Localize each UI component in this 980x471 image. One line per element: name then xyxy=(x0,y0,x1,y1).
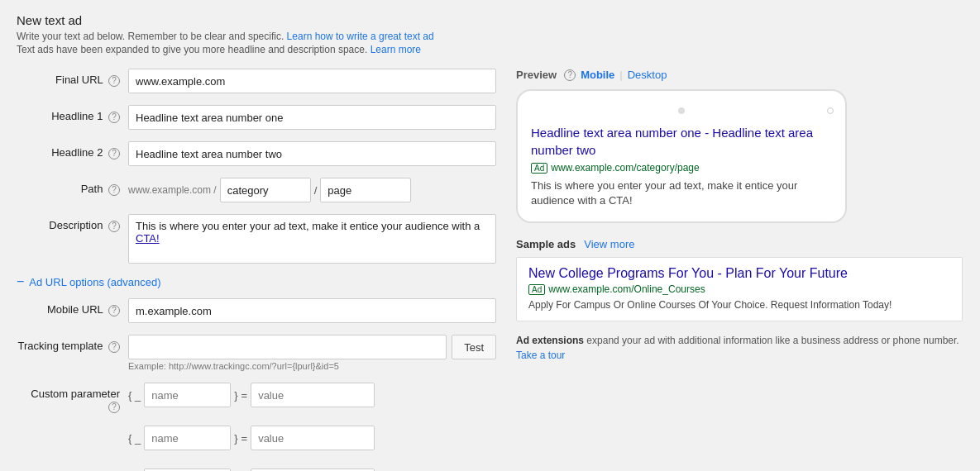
tab-mobile[interactable]: Mobile xyxy=(581,69,614,81)
test-button[interactable]: Test xyxy=(452,335,496,359)
headline1-help-icon[interactable]: ? xyxy=(108,112,120,123)
path-slash: / xyxy=(314,184,318,197)
tracking-input-group: Test Example: http://www.trackingc.com/?… xyxy=(128,335,496,371)
tracking-input[interactable] xyxy=(128,335,447,359)
mobile-url-help-icon[interactable]: ? xyxy=(108,305,120,316)
description-help-icon[interactable]: ? xyxy=(108,221,120,232)
headline2-label: Headline 2 ? xyxy=(17,141,128,159)
description-cta[interactable]: CTA! xyxy=(136,232,160,245)
advanced-section: − Ad URL options (advanced) Mobile URL ?… xyxy=(17,275,496,471)
sample-ad-desc: Apply For Campus Or Online Courses Of Yo… xyxy=(528,298,950,312)
param-value-2[interactable] xyxy=(251,426,375,450)
path1-input[interactable] xyxy=(220,178,311,202)
custom-param-inputs-1: { _ } = xyxy=(128,383,375,407)
sample-ads-label: Sample ads xyxy=(516,238,576,250)
learn-more-link[interactable]: Learn more xyxy=(370,44,421,55)
view-more-link[interactable]: View more xyxy=(584,238,634,250)
description-box[interactable]: This is where you enter your ad text, ma… xyxy=(128,214,496,264)
headline2-row: Headline 2 ? xyxy=(17,141,496,166)
ad-url: www.example.com/category/page xyxy=(551,162,699,174)
custom-param-help-icon[interactable]: ? xyxy=(108,402,120,413)
sample-ad-url: www.example.com/Online_Courses xyxy=(548,283,705,295)
ad-extensions-text: Ad extensions expand your ad with additi… xyxy=(516,333,963,363)
description-text: This is where you enter your ad text, ma… xyxy=(136,220,480,232)
path-label: Path ? xyxy=(17,178,128,196)
mobile-dot xyxy=(678,107,685,114)
param-open-brace: { _ xyxy=(128,389,141,402)
param-value-1[interactable] xyxy=(251,383,375,407)
take-tour-link[interactable]: Take a tour xyxy=(516,350,565,361)
sample-ad-headline: New College Programs For You - Plan For … xyxy=(528,266,950,281)
ad-url-row: Ad www.example.com/category/page xyxy=(531,162,832,174)
param-name-1[interactable] xyxy=(144,383,231,407)
path2-input[interactable] xyxy=(320,178,411,202)
headline1-label: Headline 1 ? xyxy=(17,105,128,123)
path-help-icon[interactable]: ? xyxy=(108,184,120,196)
tracking-example: Example: http://www.trackingc.com/?url={… xyxy=(128,361,496,371)
param-close-brace: } xyxy=(234,389,237,402)
preview-header: Preview ? Mobile | Desktop xyxy=(516,69,963,81)
sample-ad-card: New College Programs For You - Plan For … xyxy=(516,257,963,321)
path-row: Path ? www.example.com / / xyxy=(17,178,496,202)
headline1-input[interactable] xyxy=(128,105,496,130)
page-title: New text ad xyxy=(17,13,963,27)
param-name-2[interactable] xyxy=(144,426,231,450)
mobile-url-row: Mobile URL ? xyxy=(17,298,496,323)
subtitle-2-text: Text ads have been expanded to give you … xyxy=(17,44,367,55)
custom-param-label-2 xyxy=(17,426,128,431)
final-url-help-icon[interactable]: ? xyxy=(108,75,120,87)
preview-help-icon[interactable]: ? xyxy=(564,69,576,81)
ad-extensions-strong: Ad extensions xyxy=(516,335,584,346)
mobile-preview-card: Headline text area number one - Headline… xyxy=(516,89,847,223)
headline1-row: Headline 1 ? xyxy=(17,105,496,130)
param-equals-2: = xyxy=(241,432,248,445)
sample-ads-header: Sample ads View more xyxy=(516,238,963,250)
ad-description: This is where you enter your ad text, ma… xyxy=(531,178,832,208)
sample-ad-badge: Ad xyxy=(528,284,545,295)
mobile-url-label: Mobile URL ? xyxy=(17,298,128,316)
ad-headline: Headline text area number one - Headline… xyxy=(531,124,832,159)
preview-tab-separator: | xyxy=(619,69,622,81)
tab-desktop[interactable]: Desktop xyxy=(628,69,667,81)
learn-to-write-link[interactable]: Learn how to write a great text ad xyxy=(287,31,434,42)
param-equals-1: = xyxy=(241,389,248,402)
headline2-help-icon[interactable]: ? xyxy=(108,148,120,159)
description-label: Description ? xyxy=(17,214,128,232)
custom-param-row-2: { _ } = xyxy=(17,426,496,457)
final-url-row: Final URL ? xyxy=(17,69,496,93)
custom-param-label: Custom parameter ? xyxy=(17,383,128,413)
advanced-toggle[interactable]: − Ad URL options (advanced) xyxy=(17,275,496,288)
subtitle-1: Write your text ad below. Remember to be… xyxy=(17,31,963,42)
right-panel: Preview ? Mobile | Desktop Headline text… xyxy=(516,69,963,471)
mobile-indicator xyxy=(827,107,834,114)
minus-icon: − xyxy=(17,275,24,288)
custom-param-row-1: Custom parameter ? { _ } = xyxy=(17,383,496,414)
advanced-toggle-label: Ad URL options (advanced) xyxy=(29,276,160,288)
tracking-label: Tracking template ? xyxy=(17,335,128,353)
form-panel: Final URL ? Headline 1 ? Headline 2 ? Pa… xyxy=(17,69,496,471)
param-close-brace-2: } xyxy=(234,432,237,445)
description-row: Description ? This is where you enter yo… xyxy=(17,214,496,264)
headline2-input[interactable] xyxy=(128,141,496,166)
subtitle-2: Text ads have been expanded to give you … xyxy=(17,44,963,55)
param-open-brace-2: { _ xyxy=(128,432,141,445)
ad-badge: Ad xyxy=(531,163,547,174)
final-url-label: Final URL ? xyxy=(17,69,128,87)
path-inputs: www.example.com / / xyxy=(128,178,496,202)
custom-param-inputs-2: { _ } = xyxy=(128,426,375,450)
tracking-help-icon[interactable]: ? xyxy=(108,341,120,353)
preview-label: Preview xyxy=(516,69,557,81)
sample-ad-url-row: Ad www.example.com/Online_Courses xyxy=(528,283,950,295)
tracking-row: Tracking template ? Test Example: http:/… xyxy=(17,335,496,371)
mobile-url-input[interactable] xyxy=(128,298,496,323)
subtitle-1-text: Write your text ad below. Remember to be… xyxy=(17,31,284,42)
path-static-text: www.example.com / xyxy=(128,184,217,196)
final-url-input[interactable] xyxy=(128,69,496,93)
ad-extensions-body: expand your ad with additional informati… xyxy=(584,335,959,346)
